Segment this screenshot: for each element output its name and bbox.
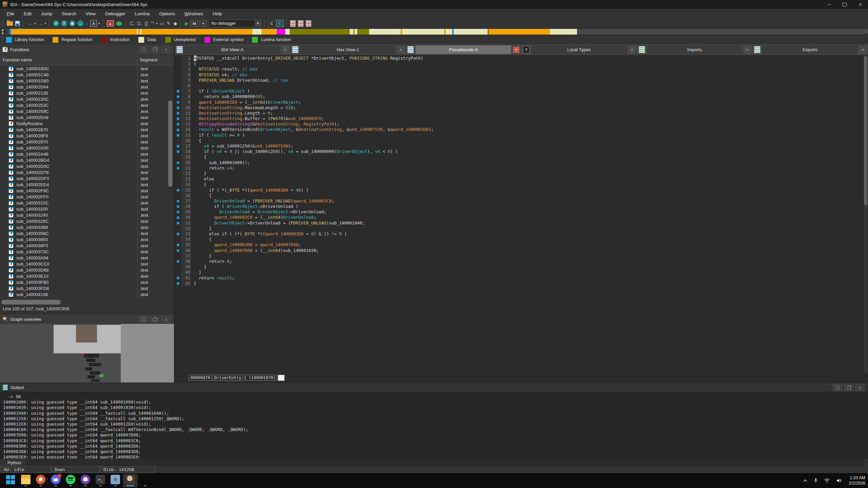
code-line[interactable]: 29 DriverUnload = DriverObject->DriverUn… (175, 209, 868, 215)
function-row[interactable]: fsub_140002A48.text (0, 151, 174, 157)
tab-imports[interactable]: Imports (647, 45, 742, 54)
breakpoint-gutter[interactable] (175, 127, 181, 132)
code-line[interactable]: 41 return result; (175, 275, 868, 281)
function-row[interactable]: fsub_140002F9C.text (0, 188, 174, 194)
functions-close-button[interactable] (161, 46, 171, 53)
column-segment[interactable]: Segment (140, 57, 157, 62)
code-line[interactable]: 8 return sub_14000B000(0); (175, 94, 868, 99)
code-line[interactable]: 9 qword_1400083E0 = (__int64)DriverObjec… (175, 100, 868, 105)
taskbar-github-icon[interactable] (78, 474, 93, 487)
create-data-icon[interactable]: D, (137, 21, 142, 26)
code-line[interactable]: 7 if ( !DriverObject ) (175, 89, 868, 94)
function-row[interactable]: fsub_140003FB0.text (0, 279, 174, 285)
wifi-icon[interactable] (824, 478, 830, 483)
breakpoint-dot[interactable] (177, 233, 179, 235)
breakpoint-gutter[interactable] (175, 176, 181, 182)
taskbar-system-icon[interactable]: ⚙ (108, 474, 123, 487)
menu-item-options[interactable]: Options (154, 10, 180, 18)
close-button[interactable] (852, 0, 868, 9)
breakpoint-gutter[interactable] (175, 138, 181, 143)
code-line[interactable]: 30 qword_1400083C8 = (__int64)DriverUnlo… (175, 215, 868, 220)
taskbar-notepadpp-icon[interactable] (138, 474, 153, 487)
function-row[interactable]: fsub_14000230C.text (0, 96, 174, 102)
code-line[interactable]: 20 sub_140001000(); (175, 160, 868, 165)
function-row[interactable]: fsub_140002138.text (0, 90, 174, 96)
tab-close-icon[interactable]: ✕ (629, 47, 635, 53)
taskbar-brave-icon[interactable] (33, 474, 48, 487)
tab-local-types[interactable]: Local Types (531, 45, 627, 54)
tab-pseudocode-a[interactable]: Pseudocode-A (416, 45, 511, 54)
breakpoint-dot[interactable] (177, 211, 179, 213)
code-line[interactable]: 5 PDRIVER_UNLOAD DriverUnload; // rax (175, 78, 868, 83)
function-row[interactable]: fsub_140002870.text (0, 126, 174, 133)
breakpoint-dot[interactable] (177, 216, 179, 219)
breakpoint-dot[interactable] (177, 260, 179, 263)
code-line[interactable]: 18 if ( v4 < 0 || (sub_1400012E0(), v4 =… (175, 149, 868, 154)
breakpoint-dot[interactable] (177, 200, 179, 202)
debugger-select[interactable]: No debugger▼ (209, 20, 261, 27)
functions-horizontal-scrollbar[interactable] (1, 300, 61, 305)
script-file-icon-1[interactable] (290, 20, 296, 27)
breakpoint-gutter[interactable] (175, 72, 181, 78)
code-line[interactable]: 33 else if ( (*(_BYTE *)(qword_1400083D8… (175, 231, 868, 237)
breakpoint-dot[interactable] (177, 129, 179, 131)
function-row[interactable]: fsub_140002D0C.text (0, 163, 174, 169)
breakpoint-gutter[interactable] (175, 100, 181, 105)
function-row[interactable]: fsub_140002DF0.text (0, 175, 174, 181)
function-row[interactable]: fsub_14000373C.text (0, 249, 174, 255)
breakpoint-gutter[interactable] (175, 237, 181, 242)
microphone-icon[interactable] (814, 478, 818, 483)
quick-idc-icon[interactable]: C (268, 20, 275, 27)
menu-item-search[interactable]: Search (57, 10, 81, 18)
taskbar-explorer-icon[interactable] (18, 474, 33, 487)
code-line[interactable]: 42} (175, 281, 868, 286)
breakpoint-dot[interactable] (177, 117, 179, 120)
breakpoint-gutter[interactable] (175, 198, 181, 204)
code-line[interactable]: 24 { (175, 182, 868, 187)
tab-close-icon[interactable]: ✕ (513, 47, 519, 53)
code-line[interactable]: 31 DriverObject->DriverUnload = (PDRIVER… (175, 220, 868, 226)
open-file-icon[interactable] (7, 20, 13, 27)
breakpoint-gutter[interactable] (175, 160, 181, 165)
function-row[interactable]: fsub_14000356C.text (0, 230, 174, 236)
breakpoint-gutter[interactable] (175, 94, 181, 99)
code-line[interactable]: 35 qword_1400083D0 = qword_140007D98; (175, 242, 868, 248)
tab-close-icon[interactable]: ✕ (860, 47, 866, 53)
breakpoint-dot[interactable] (177, 249, 179, 252)
breakpoint-gutter[interactable] (175, 182, 181, 187)
speaker-icon[interactable] (836, 478, 842, 483)
function-row[interactable]: fsub_140002BD4.text (0, 157, 174, 163)
code-line[interactable]: 14 result = WdfVersionBind(DriverObject,… (175, 127, 868, 132)
breakpoint-list-icon[interactable]: ▲ (107, 20, 114, 26)
function-row[interactable]: fsub_140002EE4.text (0, 181, 174, 188)
hex-window-icon[interactable]: # (53, 20, 59, 26)
strings-caret-icon[interactable]: ▾ (98, 22, 100, 25)
text-window-icon[interactable]: T (61, 20, 67, 26)
function-row[interactable]: fsub_140003240.text (0, 212, 174, 218)
back-history-caret-icon[interactable]: ▾ (34, 22, 36, 25)
function-row[interactable]: fsub_140002970.text (0, 139, 174, 145)
create-string-icon[interactable]: "" (151, 21, 154, 26)
breakpoint-gutter[interactable] (175, 253, 181, 259)
save-icon[interactable] (15, 20, 20, 27)
function-row[interactable]: fsub_14000253C.text (0, 102, 174, 108)
breakpoint-gutter[interactable] (175, 231, 181, 237)
breakpoint-gutter[interactable] (175, 56, 181, 61)
tray-chevron-up-icon[interactable] (803, 479, 808, 482)
function-row[interactable]: fsub_140001D80.text (0, 78, 174, 84)
function-row[interactable]: fsub_140004198.text (0, 291, 174, 297)
function-row[interactable]: fsub_140003E10.text (0, 273, 174, 279)
back-icon[interactable]: ← (27, 21, 32, 26)
navband-scroll-arrows[interactable] (1, 28, 7, 35)
breakpoint-gutter[interactable] (175, 111, 181, 116)
breakpoint-gutter[interactable] (175, 78, 181, 83)
code-line[interactable]: 4 NTSTATUS v4; // ebx (175, 72, 868, 78)
tab-close-icon[interactable]: ✕ (744, 47, 750, 53)
script-file-icon-2[interactable] (298, 20, 304, 27)
code-line[interactable]: 40 } (175, 270, 868, 275)
functions-panel-header[interactable]: f Functions (0, 44, 174, 55)
function-row[interactable]: fsub_140003D68.text (0, 267, 174, 273)
output-log[interactable]: -> OK140001000: using guessed type __int… (0, 392, 868, 462)
breakpoint-gutter[interactable] (175, 193, 181, 198)
tab-close-icon[interactable]: ✕ (398, 47, 404, 53)
